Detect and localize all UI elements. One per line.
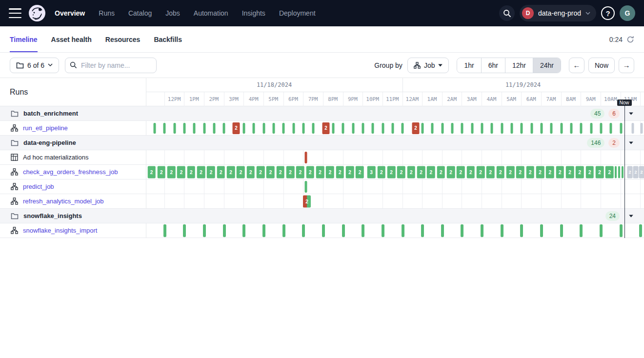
run-marker[interactable] [431,123,434,134]
group-row-data-eng-pipeline[interactable]: data-eng-pipeline1462 [0,136,644,150]
run-marker[interactable]: 2 [233,122,240,134]
run-marker[interactable] [154,123,156,134]
run-marker[interactable]: 2 [486,166,495,178]
run-marker[interactable]: 2 [477,166,485,178]
run-marker[interactable] [242,224,245,237]
run-marker[interactable] [292,123,295,134]
row-name[interactable]: check_avg_orders_freshness_job [23,168,118,176]
run-marker[interactable] [590,123,592,134]
expand-caret-icon[interactable] [624,137,638,149]
run-marker[interactable] [402,123,404,134]
run-marker[interactable]: 2 [197,166,205,178]
run-marker[interactable] [471,123,473,134]
tab-resources[interactable]: Resources [105,26,141,52]
run-marker[interactable] [620,224,623,237]
run-marker[interactable] [282,123,285,134]
tab-backfills[interactable]: Backfills [154,26,182,52]
run-marker[interactable]: 2 [633,166,639,178]
hamburger-menu-icon[interactable] [9,8,21,18]
run-marker[interactable] [183,224,186,237]
run-marker[interactable]: 2 [506,166,515,178]
code-location-filter-button[interactable]: 6 of 6 [10,58,59,73]
run-marker[interactable]: 2 [417,166,425,178]
run-marker[interactable]: 2 [576,166,584,178]
run-marker[interactable] [530,123,533,134]
range-12hr-button[interactable]: 12hr [505,58,533,73]
group-row-batch_enrichment[interactable]: batch_enrichment456 [0,106,644,121]
run-marker[interactable] [441,224,444,237]
expand-caret-icon[interactable] [624,210,638,222]
run-marker[interactable] [520,224,523,237]
run-marker[interactable] [203,224,206,237]
run-marker[interactable] [600,123,602,134]
run-marker[interactable] [352,123,354,134]
row-name[interactable]: predict_job [23,183,54,190]
run-marker[interactable]: 2 [326,166,334,178]
filter-by-name-input[interactable] [65,58,157,73]
help-icon[interactable]: ? [601,6,615,20]
run-marker[interactable] [262,123,265,134]
run-marker[interactable]: 2 [237,166,245,178]
run-marker[interactable] [481,123,483,134]
run-marker[interactable]: 2 [516,166,524,178]
run-marker[interactable] [560,123,563,134]
run-marker[interactable] [193,123,196,134]
run-marker[interactable] [305,181,307,193]
run-marker[interactable] [342,224,345,237]
run-marker[interactable] [622,166,624,178]
run-marker[interactable] [223,224,226,237]
run-marker[interactable] [540,123,543,134]
run-marker[interactable]: 2 [427,166,435,178]
run-marker[interactable] [282,224,285,237]
run-marker[interactable]: 2 [639,166,644,178]
run-marker[interactable]: 2 [167,166,176,178]
nav-item-deployment[interactable]: Deployment [279,9,316,17]
run-marker[interactable] [362,123,364,134]
row-name[interactable]: refresh_analytics_model_job [23,198,103,205]
run-marker[interactable] [461,224,463,237]
run-marker[interactable] [451,123,453,134]
run-marker[interactable]: 2 [627,166,633,178]
run-marker[interactable] [163,123,166,134]
dagster-logo-icon[interactable] [28,4,46,22]
run-marker[interactable] [305,152,307,163]
timeline-prev-button[interactable]: ← [569,58,584,73]
run-marker[interactable] [620,123,622,134]
search-icon[interactable] [499,5,515,21]
timeline-now-button[interactable]: Now [588,58,615,73]
run-marker[interactable] [618,166,620,178]
run-marker[interactable]: 2 [526,166,534,178]
nav-item-automation[interactable]: Automation [194,9,228,17]
run-marker[interactable] [302,123,304,134]
run-marker[interactable] [570,123,572,134]
run-marker[interactable] [391,123,394,134]
run-marker[interactable] [632,123,634,134]
run-marker[interactable] [461,123,463,134]
user-avatar[interactable]: G [620,5,635,21]
group-by-select[interactable]: Job [407,58,449,73]
run-marker[interactable]: 2 [346,166,354,178]
nav-item-overview[interactable]: Overview [55,9,85,17]
run-marker[interactable] [173,123,176,134]
run-marker[interactable] [342,123,344,134]
run-marker[interactable]: 2 [437,166,445,178]
run-marker[interactable]: 2 [306,166,315,178]
run-marker[interactable] [242,123,245,134]
run-marker[interactable] [550,123,553,134]
run-marker[interactable]: 2 [596,166,604,178]
run-marker[interactable]: 2 [316,166,324,178]
range-1hr-button[interactable]: 1hr [457,58,481,73]
run-marker[interactable] [510,123,513,134]
run-marker[interactable] [203,123,205,134]
run-marker[interactable]: 2 [466,166,475,178]
run-marker[interactable] [501,123,503,134]
run-marker[interactable] [501,224,503,237]
run-marker[interactable] [560,224,563,237]
run-marker[interactable]: 2 [277,166,285,178]
run-marker[interactable]: 2 [147,166,156,178]
run-marker[interactable]: 2 [207,166,215,178]
refresh-icon[interactable] [626,36,634,43]
run-marker[interactable]: 2 [496,166,504,178]
run-marker[interactable]: 2 [447,166,455,178]
run-marker[interactable]: 2 [217,166,225,178]
